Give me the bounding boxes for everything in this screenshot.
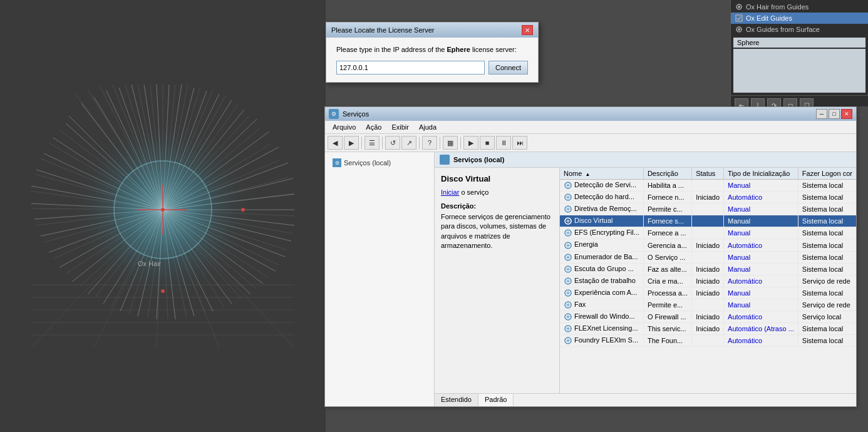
- cell-status: Iniciado: [692, 311, 724, 323]
- services-titlebar: ⚙ Serviços ─ □ ✕: [325, 107, 856, 121]
- forward-button[interactable]: ▶: [344, 136, 359, 150]
- table-row[interactable]: Firewall do Windo...O Firewall ...Inicia…: [560, 311, 856, 323]
- menu-exibir[interactable]: Exibir: [386, 122, 414, 132]
- toolbar-separator-1: [361, 136, 362, 149]
- dialog-close-button[interactable]: ✕: [522, 25, 533, 35]
- table-row[interactable]: Detecção do hard...Fornece n...IniciadoA…: [560, 192, 856, 203]
- col-header-descricao[interactable]: Descrição: [643, 168, 691, 180]
- cell-logon: Sistema local: [798, 323, 856, 335]
- table-row[interactable]: Escuta do Grupo ...Faz as alte...Iniciad…: [560, 263, 856, 275]
- table-row[interactable]: Estação de trabalhoCria e ma...IniciadoA…: [560, 275, 856, 287]
- cell-logon: Sistema local: [798, 227, 856, 239]
- table-row[interactable]: Detecção de Servi...Habilita a ...Manual…: [560, 180, 856, 192]
- scene-objects-list: Ox Hair from Guides Ox Edit Guides Ox Gu…: [731, 0, 868, 36]
- cell-status: [692, 227, 724, 239]
- cell-name: Fax: [560, 299, 643, 311]
- cell-init-type: Manual: [724, 263, 798, 275]
- view-button[interactable]: ☰: [364, 136, 380, 150]
- visibility-icon-checked: [735, 14, 743, 23]
- services-titlebar-left: ⚙ Serviços: [329, 109, 369, 119]
- service-description: Fornece serviços de gerenciamento para d…: [441, 212, 553, 251]
- cell-desc: Fornece a ...: [643, 227, 691, 239]
- menu-arquivo[interactable]: Arquivo: [328, 122, 361, 132]
- menu-ajuda[interactable]: Ajuda: [414, 122, 442, 132]
- tab-estendido[interactable]: Estendido: [435, 394, 478, 406]
- cell-desc: O Firewall ...: [643, 311, 691, 323]
- svg-line-117: [738, 16, 741, 20]
- license-instruction: Please type in the IP address of the Eph…: [336, 45, 528, 54]
- services-left-panel: ⚙ Serviços (local): [325, 152, 435, 406]
- service-action-link[interactable]: Iniciar: [441, 188, 459, 196]
- scene-item-guides-from-surface[interactable]: Ox Guides from Surface: [731, 24, 868, 35]
- table-row[interactable]: Disco VirtualFornece s...ManualSistema l…: [560, 215, 856, 227]
- cell-logon: Sistema local: [798, 215, 856, 227]
- cell-status: Iniciado: [692, 239, 724, 251]
- cell-desc: Faz as alte...: [643, 263, 691, 275]
- sort-arrow: ▲: [585, 172, 590, 177]
- col-header-nome[interactable]: Nome ▲: [560, 168, 643, 180]
- cell-name: Escuta do Grupo ...: [560, 263, 643, 275]
- tree-item-services[interactable]: ⚙ Serviços (local): [330, 157, 429, 168]
- cell-desc: This servic...: [643, 323, 691, 335]
- scene-item-edit-guides[interactable]: Ox Edit Guides: [731, 13, 868, 24]
- table-row[interactable]: Enumerador de Ba...O Serviço ...ManualSi…: [560, 251, 856, 263]
- cell-init-type: Manual: [724, 251, 798, 263]
- ip-address-input[interactable]: [336, 61, 485, 75]
- sphere-label: Sphere: [733, 38, 865, 48]
- cell-desc: Permite e...: [643, 299, 691, 311]
- cell-init-type: Manual: [724, 215, 798, 227]
- table-row[interactable]: FaxPermite e...ManualServiço de rede: [560, 299, 856, 311]
- properties-button[interactable]: ▦: [443, 136, 458, 150]
- play-button[interactable]: ▶: [463, 136, 478, 150]
- cell-status: [692, 180, 724, 192]
- cell-logon: Sistema local: [798, 287, 856, 299]
- connect-button[interactable]: Connect: [488, 61, 528, 75]
- cell-desc: Fornece n...: [643, 192, 691, 203]
- col-header-tipo[interactable]: Tipo de Inicialização: [724, 168, 798, 180]
- svg-point-111: [161, 289, 165, 293]
- close-button[interactable]: ✕: [841, 109, 852, 119]
- restart-button[interactable]: ⏭: [512, 136, 527, 150]
- table-row[interactable]: Foundry FLEXlm S...The Foun...Automático…: [560, 335, 856, 347]
- services-table-container[interactable]: Nome ▲ Descrição Status Tipo de Iniciali…: [560, 168, 856, 393]
- toolbar-separator-3: [419, 136, 420, 149]
- cell-init-type: Automático: [724, 311, 798, 323]
- cell-name: Detecção de Servi...: [560, 180, 643, 192]
- help-button[interactable]: ?: [422, 136, 437, 150]
- tab-padrao[interactable]: Padrão: [478, 394, 514, 406]
- services-toolbar: ◀ ▶ ☰ ↺ ↗ ? ▦ ▶ ■ ⏸ ⏭: [325, 134, 856, 152]
- cell-status: Iniciado: [692, 263, 724, 275]
- toolbar-separator-5: [460, 136, 461, 149]
- scene-item-hair-from-guides[interactable]: Ox Hair from Guides: [731, 1, 868, 13]
- back-button[interactable]: ◀: [328, 136, 343, 150]
- cell-name: Energia: [560, 239, 643, 251]
- menu-acao[interactable]: Ação: [361, 122, 386, 132]
- cell-name: Foundry FLEXlm S...: [560, 335, 643, 347]
- instruction-text: Please type in the IP address of the: [336, 46, 445, 53]
- table-row[interactable]: Experiência com A...Processa a...Iniciad…: [560, 287, 856, 299]
- cell-name: EFS (Encrypting Fil...: [560, 227, 643, 239]
- minimize-button[interactable]: ─: [816, 109, 827, 119]
- cell-name: Diretiva de Remoç...: [560, 203, 643, 215]
- maximize-button[interactable]: □: [829, 109, 840, 119]
- viewport: Ox Hair: [0, 0, 326, 432]
- table-row[interactable]: EnergiaGerencia a...IniciadoAutomáticoSi…: [560, 239, 856, 251]
- cell-status: Iniciado: [692, 323, 724, 335]
- svg-point-119: [738, 28, 740, 31]
- table-row[interactable]: EFS (Encrypting Fil...Fornece a ...Manua…: [560, 227, 856, 239]
- pause-button[interactable]: ⏸: [496, 136, 511, 150]
- refresh-button[interactable]: ↺: [385, 136, 400, 150]
- table-row[interactable]: Diretiva de Remoç...Permite c...ManualSi…: [560, 203, 856, 215]
- titlebar-controls: ─ □ ✕: [816, 109, 852, 119]
- export-button[interactable]: ↗: [401, 136, 416, 150]
- cell-name: Disco Virtual: [560, 215, 643, 227]
- svg-text:Ox Hair: Ox Hair: [138, 260, 162, 267]
- col-header-status[interactable]: Status: [692, 168, 724, 180]
- services-header-label: Serviços (local): [453, 156, 504, 163]
- cell-logon: Sistema local: [798, 180, 856, 192]
- stop-button[interactable]: ■: [480, 136, 495, 150]
- table-row[interactable]: FLEXnet Licensing...This servic...Inicia…: [560, 323, 856, 335]
- cell-init-type: Manual: [724, 299, 798, 311]
- services-middle: Disco Virtual Iniciar o serviço Descriçã…: [435, 168, 856, 393]
- col-header-logon[interactable]: Fazer Logon cor: [798, 168, 856, 180]
